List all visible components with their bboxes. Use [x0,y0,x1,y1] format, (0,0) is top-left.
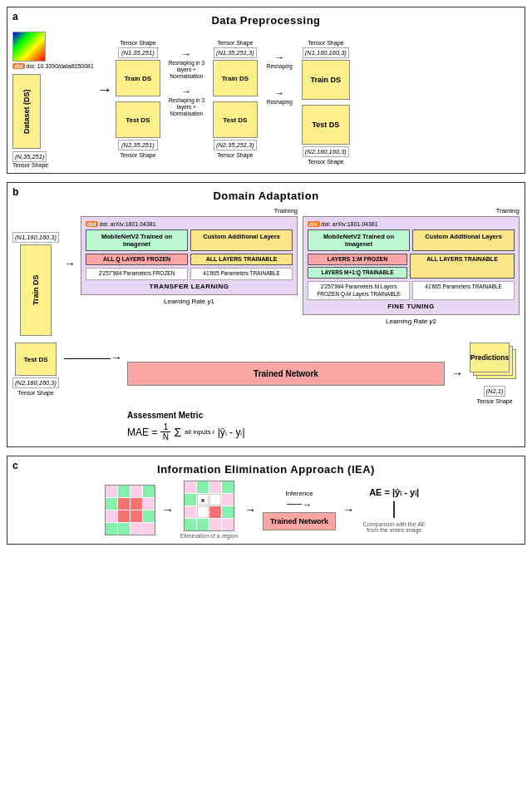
tensor-s2-train: (N1,35,251,3) [214,47,257,58]
section-a-title: Data Preprocessing [12,14,520,27]
arrow-to-tl: → [64,257,76,270]
tensor-label-s2-train: Tensor Shape [217,40,253,46]
pred-tensor: (N2,1) [484,386,506,397]
original-grid [105,485,155,535]
ft-title: FINE TUNING [308,303,515,310]
doi-badge-ft: doi [308,221,320,227]
training-label-ft: Training [303,207,520,215]
arrow-reshape-4: → [274,87,284,99]
training-label-tl: Training [81,207,298,215]
doi-badge-tl: doi [86,221,98,227]
tensor-b-test: (N2,160,160,3) [12,377,59,388]
split-arrow: → [97,81,112,99]
arrow-reshape-2: → [181,86,191,97]
params1-ft: 2'257'984 Parameters M Layers FROZEN Q-M… [308,281,410,300]
reshape-label-4: Reshaping [267,99,293,105]
frozen-tl: ALL Q LAYERS FROZEN [86,254,188,265]
params2-ft: 41'665 Parameters TRAINABLE [412,281,515,300]
section-a: a Data Preprocessing doi doi: 10.3390/da… [7,7,525,174]
fraction: 1 N [160,422,170,441]
sum-under: all inputs i [185,428,214,436]
tensor-label-s3-train: Tensor Shape [308,40,343,46]
arrow-to-preds: → [451,367,463,380]
tensor-label-s2-test: Tensor Shape [217,152,253,158]
lr2-label: Learning Rate γ2 [303,318,520,325]
trainable-ft: ALL LAYERS TRAINABLE [410,254,515,279]
tensor-shape-initial: (N,35,251) [12,151,47,162]
arrow-reshape-3: → [274,52,284,63]
section-a-label: a [12,11,18,22]
pred-tensor-label: Tensor Shape [476,398,512,404]
tensor-label-initial: Tensor Shape [12,162,48,168]
arrow-test-to-trained: ————→ [64,351,122,364]
train-ds-1: Train DS [116,60,160,96]
section-c-label: c [12,460,18,471]
arrow-reshape-1: → [181,48,191,60]
tensor-b-train: (N1,160,160,3) [12,232,59,243]
params1-tl: 2'257'984 Parameters FROZEN [86,268,188,279]
custom-ft: Custom Additional Layers [412,229,515,251]
frozen-ft-top: LAYERS 1:M FROZEN [308,254,407,265]
arrow-c1: → [162,503,174,516]
elim-label: Elimination of a region [180,533,238,539]
test-ds-1: Test DS [116,101,160,138]
section-c-title: Information Elimination Approach (IEA) [12,463,520,476]
section-b-label: b [12,186,18,198]
ae-formula: AE = |ŷᵢ - yᵢ| [369,487,419,498]
inference-label: Inference [285,490,313,497]
lr1-label: Learning Rate γ1 [81,298,298,305]
test-ds-2: Test DS [213,101,258,138]
assessment-metric-title: Assessment Metric [127,411,520,420]
mobilenet-tl: MobileNetV2 Trained on Imagenet [86,229,188,251]
trainable-tl: ALL LAYERS TRAINABLE [190,254,293,265]
trainable-ft-mid: LAYERS M+1:Q TRAINABLE [308,267,407,279]
doi-text-ft: doi: arXiv:1801.04381 [322,221,378,227]
section-b: b Domain Adaptation (N1,160,160,3) Train… [7,182,525,447]
comparison-label: Comparison with the AE from the entire i… [361,521,427,533]
test-ds-b: Test DS [15,343,57,376]
sum-symbol: Σ [174,426,181,439]
doi-text-a: doi: 10.3390/data8050081 [27,63,94,69]
x-grid: x [184,481,234,531]
abs-formula: |ŷᵢ - yᵢ| [218,427,245,438]
train-ds-2: Train DS [213,60,258,96]
tl-title: TRANSFER LEARNING [86,283,293,290]
section-c: c Information Elimination Approach (IEA) [7,456,525,545]
trained-network-c: Trained Network [263,512,336,530]
heatmap-image [12,32,46,62]
predictions-label: Predictions [470,343,510,372]
arrow-c2: → [244,503,256,516]
tensor-s3-test: (N2,160,160,3) [303,146,349,157]
tensor-s1-train: (N1,35,251) [118,47,158,58]
tensor-s2-test: (N2,35,251,3) [214,140,257,150]
tensor-label-s3-test: Tensor Shape [308,159,343,165]
train-ds-3: Train DS [302,60,350,100]
test-ds-3: Test DS [302,105,350,145]
tensor-label-s1-train: Tensor Shape [120,40,155,46]
predictions-stack: Predictions [470,343,520,384]
arrow-c3: → [342,503,354,516]
section-b-title: Domain Adaptation [12,190,520,202]
train-ds-b: Train DS [20,244,52,336]
tensor-label-b-test: Tensor Shape [17,390,53,396]
custom-tl: Custom Additional Layers [190,229,293,251]
tensor-s1-test: (N2,35,251) [118,140,158,150]
tensor-label-s1-test: Tensor Shape [120,152,155,158]
reshape-label-1: Reshaping in 3 layers + Normalisation [164,60,209,79]
dataset-box: Dataset (DS) [12,74,41,149]
reshape-label-3: Reshaping [267,63,293,69]
reshape-label-2: Reshaping in 3 layers + Normalisation [164,97,209,116]
mae-formula: MAE = 1 N Σ all inputs i |ŷᵢ - yᵢ| [127,422,520,441]
params2-tl: 41'665 Parameters TRAINABLE [190,268,293,279]
trained-network-b: Trained Network [127,362,445,386]
doi-text-tl: doi: arXiv:1801.04381 [100,221,156,227]
mobilenet-ft: MobileNetV2 Trained on Imagenet [308,229,410,251]
doi-badge-a: doi [12,63,25,69]
main-container: a Data Preprocessing doi doi: 10.3390/da… [0,0,532,560]
tensor-s3-train: (N1,160,160,3) [303,47,349,58]
mae-text: MAE = [127,427,157,438]
